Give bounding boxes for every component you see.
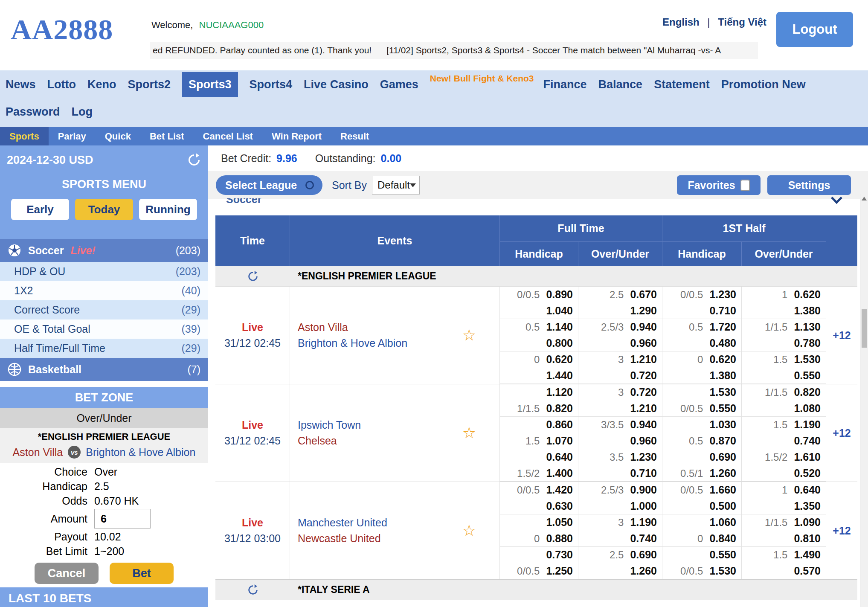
market-item-hdp-ou[interactable]: HDP & OU(203) (0, 262, 208, 281)
odds-line[interactable]: 1.380 (662, 369, 741, 382)
market-item-oe-total-goal[interactable]: OE & Total Goal(39) (0, 319, 208, 339)
odds-line[interactable]: 30.720 (578, 386, 662, 399)
odds-line[interactable]: 3/3.50.940 (578, 418, 662, 431)
odds-line[interactable]: 0.630 (500, 500, 578, 513)
odds-cell-fh_hcp[interactable]: 1.0300.50.870 (662, 417, 742, 449)
odds-line[interactable]: 0.51.140 (500, 321, 578, 334)
odds-cell-ft_hcp[interactable]: 0.8601.51.070 (500, 417, 578, 449)
odds-cell-ft_ou[interactable]: 2.5/30.9400.960 (578, 319, 662, 351)
market-item-half-time-full-time[interactable]: Half Time/Full Time(29) (0, 339, 208, 358)
odds-line[interactable]: 1.5/21.610 (742, 451, 826, 464)
odds-cell-fh_hcp[interactable]: 00.6201.380 (662, 351, 742, 384)
filter-today[interactable]: Today (75, 199, 133, 220)
odds-line[interactable]: 1.51.530 (742, 353, 826, 366)
nav-item-lotto[interactable]: Lotto (47, 78, 76, 91)
subnav-item-win-report[interactable]: Win Report (262, 127, 331, 145)
odds-line[interactable]: 3.51.230 (578, 451, 662, 464)
odds-cell-ft_hcp[interactable]: 00.6201.440 (500, 351, 578, 384)
more-bets-link[interactable]: +12 (826, 384, 857, 482)
odds-cell-ft_hcp[interactable]: 0/0.51.4200.630 (500, 482, 578, 514)
odds-line[interactable]: 1/1.51.130 (742, 321, 826, 334)
vertical-scrollbar[interactable] (860, 194, 868, 607)
subnav-item-quick[interactable]: Quick (96, 127, 140, 145)
nav-item-live-casino[interactable]: Live Casino (304, 78, 369, 91)
odds-line[interactable]: 00.840 (662, 532, 741, 545)
market-item-1x2[interactable]: 1X2(40) (0, 281, 208, 300)
logout-button[interactable]: Logout (776, 12, 853, 47)
odds-line[interactable]: 0.570 (742, 565, 826, 578)
odds-line[interactable]: 0.640 (500, 451, 578, 464)
odds-cell-ft_hcp[interactable]: 1.1201/1.50.820 (500, 384, 578, 417)
odds-line[interactable]: 1.120 (500, 386, 578, 399)
league-refresh-icon[interactable] (215, 584, 290, 596)
odds-line[interactable]: 0.740 (742, 435, 826, 447)
settings-button[interactable]: Settings (767, 175, 851, 195)
odds-line[interactable]: 1.210 (578, 402, 662, 415)
odds-cell-ft_hcp[interactable]: 0/0.50.8901.040 (500, 287, 578, 319)
nav-item-log[interactable]: Log (72, 105, 93, 119)
odds-line[interactable]: 0.550 (742, 369, 826, 382)
odds-line[interactable]: 0.740 (578, 532, 662, 545)
nav-item-password[interactable]: Password (6, 105, 60, 119)
odds-cell-fh_hcp[interactable]: 1.5300/0.50.550 (662, 384, 742, 417)
odds-line[interactable]: 1/1.50.820 (500, 402, 578, 415)
odds-cell-ft_ou[interactable]: 31.1900.740 (578, 514, 662, 547)
odds-line[interactable]: 00.880 (500, 532, 578, 545)
odds-line[interactable]: 0.960 (578, 435, 662, 447)
odds-line[interactable]: 1/1.51.090 (742, 516, 826, 529)
odds-line[interactable]: 0/0.51.420 (500, 484, 578, 497)
subnav-item-result[interactable]: Result (331, 127, 378, 145)
odds-line[interactable]: 1.080 (742, 402, 826, 415)
odds-line[interactable]: 1/1.50.820 (742, 386, 826, 399)
subnav-item-cancel-list[interactable]: Cancel List (194, 127, 262, 145)
odds-cell-fh_ou[interactable]: 1.51.5300.550 (742, 351, 826, 384)
odds-cell-fh_hcp[interactable]: 0/0.51.6600.500 (662, 482, 742, 514)
odds-cell-ft_ou[interactable]: 2.5/30.9001.000 (578, 482, 662, 514)
odds-line[interactable]: 0.51.720 (662, 321, 741, 334)
odds-line[interactable]: 00.620 (500, 353, 578, 366)
odds-cell-ft_ou[interactable]: 3.51.2300.710 (578, 449, 662, 482)
subnav-item-sports[interactable]: Sports (0, 127, 49, 145)
more-bets-link[interactable]: +12 (826, 482, 857, 579)
language-vietnamese[interactable]: Tiếng Việt (718, 16, 766, 28)
odds-cell-fh_hcp[interactable]: 0/0.51.2300.710 (662, 287, 742, 319)
odds-line[interactable]: 31.190 (578, 516, 662, 529)
subnav-item-parlay[interactable]: Parlay (49, 127, 96, 145)
odds-cell-ft_ou[interactable]: 2.50.6901.260 (578, 547, 662, 579)
odds-cell-ft_hcp[interactable]: 1.05000.880 (500, 514, 578, 547)
odds-line[interactable]: 00.620 (662, 353, 741, 366)
odds-line[interactable]: 10.640 (742, 484, 826, 497)
odds-cell-ft_ou[interactable]: 3/3.50.9400.960 (578, 417, 662, 449)
language-english[interactable]: English (662, 16, 700, 28)
odds-line[interactable]: 0.710 (662, 305, 741, 317)
favorite-star-icon[interactable]: ☆ (462, 326, 476, 344)
odds-cell-fh_ou[interactable]: 1/1.50.8201.080 (742, 384, 826, 417)
odds-line[interactable]: 1.51.070 (500, 435, 578, 447)
odds-line[interactable]: 1.51.190 (742, 418, 826, 431)
odds-line[interactable]: 1.51.490 (742, 549, 826, 561)
favorites-button[interactable]: Favorites (677, 175, 761, 195)
odds-line[interactable]: 0/0.51.660 (662, 484, 741, 497)
odds-cell-fh_ou[interactable]: 1/1.51.0900.810 (742, 514, 826, 547)
odds-line[interactable]: 1.5/21.400 (500, 467, 578, 480)
odds-cell-ft_ou[interactable]: 2.50.6701.290 (578, 287, 662, 319)
scrollbar-thumb[interactable] (862, 309, 867, 348)
odds-line[interactable]: 1.440 (500, 369, 578, 382)
odds-line[interactable]: 1.260 (578, 565, 662, 578)
nav-item-sports3[interactable]: Sports3 (182, 72, 238, 97)
odds-cell-fh_hcp[interactable]: 0.5500/0.51.530 (662, 547, 742, 579)
odds-line[interactable]: 0.960 (578, 337, 662, 350)
odds-cell-fh_hcp[interactable]: 0.6900.5/11.260 (662, 449, 742, 482)
odds-line[interactable]: 0.730 (500, 549, 578, 561)
odds-line[interactable]: 0/0.51.250 (500, 565, 578, 578)
nav-item-finance[interactable]: Finance (543, 78, 587, 91)
filter-early[interactable]: Early (11, 199, 69, 220)
odds-cell-fh_ou[interactable]: 10.6201.380 (742, 287, 826, 319)
odds-line[interactable]: 10.620 (742, 288, 826, 301)
subnav-item-bet-list[interactable]: Bet List (140, 127, 194, 145)
odds-line[interactable]: 1.530 (662, 386, 741, 399)
odds-cell-fh_hcp[interactable]: 0.51.7200.480 (662, 319, 742, 351)
nav-item-news[interactable]: News (6, 78, 36, 91)
amount-input[interactable] (94, 509, 151, 529)
odds-line[interactable]: 0/0.50.550 (662, 402, 741, 415)
